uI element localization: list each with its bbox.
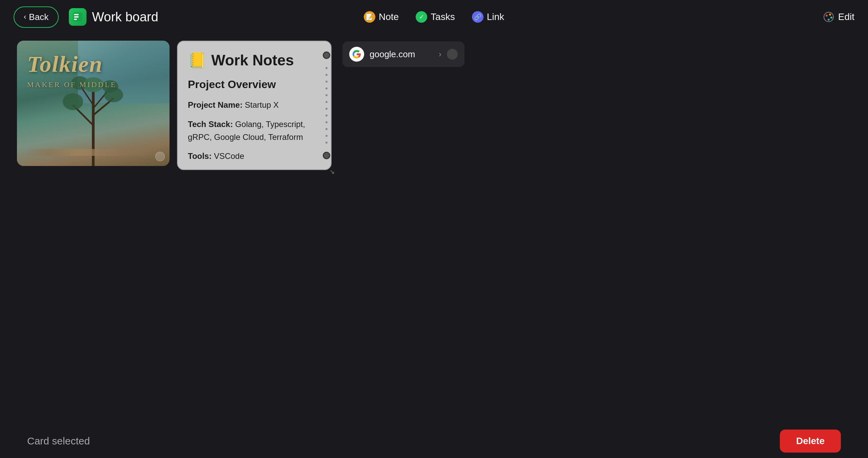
project-name-field: Project Name: Startup X (188, 99, 321, 111)
back-arrow-icon: ‹ (24, 13, 26, 21)
back-label: Back (29, 12, 48, 22)
header-nav: 📝 Note ✓ Tasks 🔗 Link (364, 11, 504, 23)
svg-rect-3 (74, 19, 77, 20)
svg-point-14 (63, 93, 83, 110)
rail-dot-small (326, 81, 328, 83)
tools-label: Tools: (188, 151, 212, 161)
note-icon: 📝 (364, 11, 375, 23)
notes-card-header: 📒 Work Notes (188, 51, 321, 69)
tolkien-text-overlay: Tolkien MAKER OF MIDDLE (27, 51, 159, 89)
notes-card[interactable]: 📒 Work Notes Project Overview Project Na… (177, 41, 332, 170)
nav-item-tasks[interactable]: ✓ Tasks (416, 11, 455, 23)
image-resize-handle[interactable] (155, 152, 165, 161)
nav-item-link[interactable]: 🔗 Link (472, 11, 504, 23)
note-label: Note (379, 12, 399, 22)
back-button[interactable]: ‹ Back (14, 6, 59, 28)
board-title-area: Work board (69, 8, 158, 26)
rail-dot-top[interactable] (323, 51, 330, 59)
tolkien-card[interactable]: Tolkien MAKER OF MIDDLE (17, 41, 170, 166)
rail-dot-small (326, 142, 328, 144)
rail-dot-small (326, 74, 328, 76)
link-card[interactable]: google.com › (342, 41, 465, 67)
project-name-value-text: Startup X (245, 100, 279, 109)
card-selected-label: Card selected (27, 435, 90, 447)
link-label: Link (487, 12, 504, 22)
palette-icon (823, 11, 835, 23)
tolkien-title: Tolkien (27, 51, 159, 78)
svg-rect-2 (74, 16, 79, 18)
svg-point-7 (830, 17, 832, 19)
notes-emoji: 📒 (188, 51, 206, 69)
notes-title: Work Notes (211, 52, 294, 69)
canvas: Tolkien MAKER OF MIDDLE 📒 Work Notes Pro… (0, 34, 868, 458)
rail-dot-small (326, 128, 328, 130)
rail-dot-small (326, 67, 328, 69)
rail-dot-small (326, 108, 328, 110)
edit-label: Edit (838, 12, 854, 22)
link-domain: google.com (370, 49, 433, 60)
svg-rect-1 (74, 14, 79, 15)
link-toggle[interactable] (447, 49, 458, 60)
google-icon (349, 47, 364, 62)
tolkien-image: Tolkien MAKER OF MIDDLE (17, 41, 170, 166)
tech-stack-label: Tech Stack: (188, 120, 233, 129)
rail-dots-middle (326, 59, 328, 152)
rail-dot-small (326, 114, 328, 117)
notes-card-wrapper: 📒 Work Notes Project Overview Project Na… (177, 41, 332, 170)
board-icon (69, 8, 86, 26)
bottom-bar: Card selected Delete (0, 424, 868, 458)
rail-dot-small (326, 87, 328, 89)
link-chevron-icon: › (439, 49, 441, 59)
notes-resize-corner[interactable]: ↘ (330, 168, 338, 176)
edit-button[interactable]: Edit (823, 11, 854, 23)
svg-point-8 (828, 19, 830, 21)
rail-dot-bottom[interactable] (323, 152, 330, 159)
overview-heading: Project Overview (188, 76, 321, 93)
notes-content: Project Overview Project Name: Startup X… (188, 76, 321, 163)
rail-dot-small (326, 101, 328, 103)
project-name-label: Project Name: (188, 100, 242, 109)
header: ‹ Back Work board 📝 Note ✓ Tasks (0, 0, 868, 34)
tools-value-text: VSCode (214, 151, 244, 161)
tasks-label: Tasks (431, 12, 455, 22)
rail-dot-small (326, 121, 328, 123)
delete-button[interactable]: Delete (780, 430, 841, 453)
tolkien-subtitle: MAKER OF MIDDLE (27, 80, 159, 89)
link-icon: 🔗 (472, 11, 484, 23)
rail-dot-small (326, 94, 328, 96)
svg-point-5 (826, 15, 828, 17)
svg-point-6 (829, 14, 831, 16)
tools-field: Tools: VSCode (188, 150, 321, 163)
tech-stack-field: Tech Stack: Golang, Typescript, gRPC, Go… (188, 118, 321, 144)
rail-dot-small (326, 135, 328, 137)
notes-card-rail (321, 41, 332, 169)
tasks-icon: ✓ (416, 11, 427, 23)
board-title: Work board (92, 10, 158, 24)
nav-item-note[interactable]: 📝 Note (364, 11, 399, 23)
